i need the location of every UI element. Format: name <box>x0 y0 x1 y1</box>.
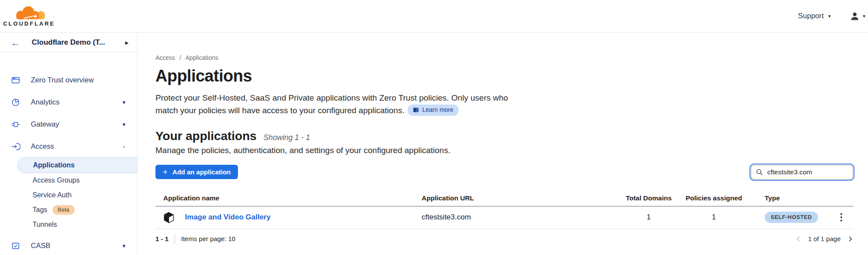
col-policies-assigned: Policies assigned <box>677 194 751 202</box>
sidebar-item-analytics[interactable]: Analytics ▼ <box>0 91 137 113</box>
sidebar-item-label: Zero Trust overview <box>31 76 94 84</box>
user-icon <box>850 11 860 21</box>
sidebar-item-service-auth[interactable]: Service Auth <box>0 188 137 203</box>
col-total-domains: Total Domains <box>620 194 677 202</box>
chevron-down-icon[interactable]: ▼ <box>122 100 126 105</box>
search-input[interactable] <box>751 165 853 180</box>
book-icon <box>413 107 419 113</box>
back-arrow-icon[interactable]: ← <box>11 38 20 47</box>
col-application-url: Application URL <box>422 194 620 202</box>
toolbar: + Add an application <box>155 165 853 180</box>
main-content: Access / Applications Applications Prote… <box>138 33 868 255</box>
search-icon <box>756 169 763 176</box>
sidebar-item-label: Tunnels <box>33 221 57 229</box>
sidebar-item-label: Applications <box>33 161 75 169</box>
sidebar-item-casb[interactable]: CASB ▼ <box>0 235 137 255</box>
total-domains-value: 1 <box>620 213 677 222</box>
sidebar-item-access-groups[interactable]: Access Groups <box>0 173 137 188</box>
policies-assigned-value: 1 <box>677 213 751 222</box>
chevron-right-icon[interactable]: ▶ <box>125 40 129 45</box>
sidebar: ← Cloudflare Demo (T... ▶ Zero Trust ove… <box>0 33 138 255</box>
support-label: Support <box>798 12 824 20</box>
section-subtitle: Manage the policies, authentication, and… <box>155 146 853 155</box>
user-account-menu[interactable]: ▼ <box>850 11 866 21</box>
chevron-down-icon: ▼ <box>827 14 832 19</box>
cloudflare-wordmark: CLOUDFLARE <box>3 20 55 27</box>
sidebar-item-label: Service Auth <box>33 191 72 199</box>
page-title: Applications <box>155 67 853 85</box>
sidebar-item-tunnels[interactable]: Tunnels <box>0 217 137 232</box>
sidebar-item-label: Access <box>31 142 54 150</box>
application-link[interactable]: Image and Video Gallery <box>185 213 271 222</box>
sidebar-item-label: CASB <box>31 242 50 250</box>
beta-badge: Beta <box>53 205 75 215</box>
type-cell: SELF-HOSTED <box>751 212 829 223</box>
sidebar-item-tags[interactable]: Tags Beta <box>0 203 137 217</box>
items-per-page: Items per page: 10 <box>181 235 235 242</box>
section-title: Your applications <box>155 129 257 143</box>
cloudflare-cloud-icon <box>9 5 49 20</box>
sidebar-item-label: Access Groups <box>33 177 79 184</box>
support-menu[interactable]: Support ▼ <box>798 12 832 20</box>
account-name[interactable]: Cloudflare Demo (T... <box>32 38 125 47</box>
type-badge: SELF-HOSTED <box>765 212 818 223</box>
sidebar-nav: Zero Trust overview Analytics ▼ Gateway … <box>0 52 137 255</box>
add-application-button[interactable]: + Add an application <box>155 165 238 179</box>
plus-icon: + <box>163 168 168 176</box>
login-arrow-icon <box>11 142 20 151</box>
sidebar-item-access[interactable]: Access ▲ <box>0 135 137 157</box>
sidebar-account-header: ← Cloudflare Demo (T... ▶ <box>0 33 137 52</box>
learn-more-label: Learn more <box>422 105 453 114</box>
showing-count: Showing 1 - 1 <box>264 133 310 142</box>
breadcrumb-access[interactable]: Access <box>155 54 175 61</box>
sidebar-item-gateway[interactable]: Gateway ▼ <box>0 113 137 135</box>
sidebar-item-applications[interactable]: Applications <box>17 157 137 173</box>
chevron-down-icon[interactable]: ▼ <box>122 243 126 248</box>
pager: 1 of 1 page <box>795 235 853 242</box>
chevron-down-icon: ▼ <box>862 14 866 19</box>
top-header: CLOUDFLARE Support ▼ ▼ <box>0 0 868 33</box>
app-cube-icon <box>163 212 174 223</box>
breadcrumb: Access / Applications <box>155 54 853 61</box>
row-actions-menu[interactable] <box>829 213 853 222</box>
sidebar-item-label: Analytics <box>31 98 59 106</box>
chevron-left-icon[interactable] <box>795 236 802 242</box>
search-container <box>751 165 853 180</box>
cloudflare-logo[interactable]: CLOUDFLARE <box>7 5 52 27</box>
sidebar-item-zero-trust-overview[interactable]: Zero Trust overview <box>0 69 137 91</box>
pie-chart-icon <box>11 98 20 107</box>
sidebar-item-label: Gateway <box>31 120 59 128</box>
applications-table: Application name Application URL Total D… <box>155 191 853 229</box>
sidebar-item-label: Tags <box>33 206 47 214</box>
add-application-label: Add an application <box>172 168 231 176</box>
breadcrumb-applications[interactable]: Applications <box>185 54 218 61</box>
table-row: Image and Video Gallery cftestsite3.com … <box>155 206 853 229</box>
table-header-row: Application name Application URL Total D… <box>155 191 853 206</box>
section-header: Your applications Showing 1 - 1 <box>155 129 853 143</box>
dashboard-window-icon <box>11 75 20 85</box>
application-name-cell: Image and Video Gallery <box>155 212 422 223</box>
learn-more-badge[interactable]: Learn more <box>408 105 459 116</box>
pagination-range: 1 - 1 <box>155 235 168 242</box>
page-description: Protect your Self-Hosted, SaaS and Priva… <box>155 92 532 117</box>
topbar-actions: Support ▼ ▼ <box>798 11 868 21</box>
page-indicator: 1 of 1 page <box>808 235 841 242</box>
kebab-menu-icon <box>840 213 842 222</box>
col-type: Type <box>751 194 829 202</box>
pagination-divider <box>175 234 175 244</box>
gateway-node-icon <box>11 120 20 129</box>
chevron-down-icon[interactable]: ▼ <box>122 122 126 127</box>
breadcrumb-separator: / <box>179 54 181 61</box>
col-application-name: Application name <box>155 194 422 202</box>
chevron-up-icon[interactable]: ▲ <box>122 144 126 149</box>
checkbox-sync-icon <box>11 241 20 251</box>
chevron-right-icon[interactable] <box>847 236 853 242</box>
pagination: 1 - 1 Items per page: 10 1 of 1 page <box>155 234 853 244</box>
application-url: cftestsite3.com <box>422 213 620 222</box>
